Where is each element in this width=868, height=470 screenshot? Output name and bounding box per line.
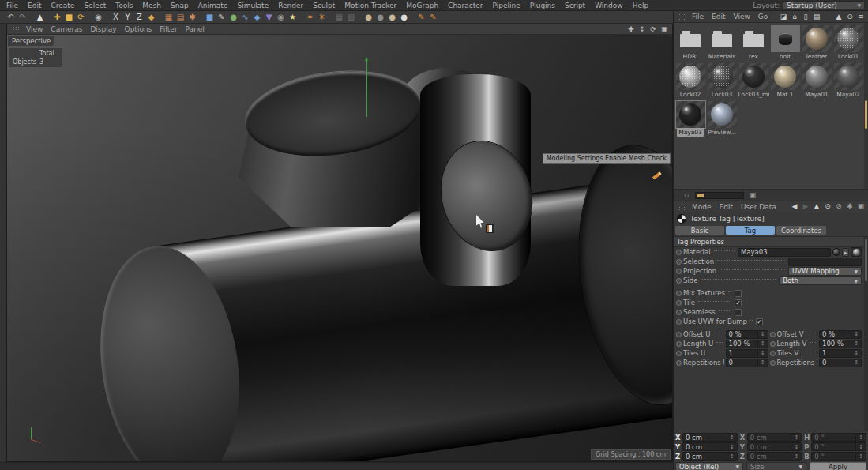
menu-item[interactable]: Display: [86, 25, 120, 33]
anim-dot-icon[interactable]: [676, 291, 682, 296]
anim-dot-icon[interactable]: [676, 332, 682, 337]
stepper-icon[interactable]: [851, 359, 859, 366]
zoom-view-icon[interactable]: ↕: [637, 24, 647, 34]
lock-icon[interactable]: ⊘: [834, 202, 844, 212]
live-selection-icon[interactable]: ▲: [34, 12, 46, 23]
menu-item[interactable]: Select: [79, 2, 111, 9]
uv-field[interactable]: 100 %: [819, 340, 862, 348]
menu-item[interactable]: Script: [560, 2, 590, 9]
undo-icon[interactable]: ↶: [5, 12, 17, 23]
workplane-icon[interactable]: ▧: [345, 12, 357, 23]
menu-item[interactable]: Tools: [111, 2, 137, 9]
render-region-icon[interactable]: ▤: [175, 12, 186, 23]
uv-pen-icon[interactable]: ✎: [427, 12, 439, 23]
stepper-icon[interactable]: [791, 434, 798, 441]
grip-icon[interactable]: [13, 26, 20, 32]
browser-item[interactable]: Maya02: [832, 62, 864, 100]
menu-item[interactable]: File: [2, 2, 23, 9]
browser-item[interactable]: Mat.1: [769, 62, 801, 100]
menu-item[interactable]: Animate: [194, 2, 233, 9]
last-tool-icon[interactable]: ◉: [92, 12, 104, 23]
shader-ball-2-icon[interactable]: ●: [374, 12, 386, 23]
small-thumbnails-icon[interactable]: ▫: [682, 190, 691, 200]
redo-icon[interactable]: ↷: [17, 12, 28, 23]
checkbox[interactable]: [756, 318, 763, 325]
checkbox[interactable]: [735, 299, 742, 306]
size-field[interactable]: 0 cm: [747, 442, 802, 451]
selection-field[interactable]: [788, 258, 862, 266]
browser-scrollbar[interactable]: [864, 23, 868, 189]
spline-object-icon[interactable]: ∿: [239, 12, 251, 23]
mograph-icon[interactable]: ✶: [304, 12, 316, 23]
anim-dot-icon[interactable]: [676, 278, 682, 284]
pointer-icon[interactable]: ▲: [812, 202, 821, 212]
toggle-view-icon[interactable]: ▣: [659, 24, 669, 34]
anim-dot-icon[interactable]: [676, 319, 682, 325]
rotation-field[interactable]: 0 °: [811, 442, 866, 451]
menu-item[interactable]: MoGraph: [401, 2, 443, 9]
shader-ball-1-icon[interactable]: ●: [363, 12, 374, 23]
menu-item[interactable]: Sculpt: [308, 2, 340, 9]
size-field[interactable]: 0 cm: [747, 433, 802, 442]
deformer-icon[interactable]: ▼: [263, 12, 275, 23]
stepper-icon[interactable]: [791, 444, 798, 450]
menu-item[interactable]: View: [730, 13, 754, 21]
position-field[interactable]: 0 cm: [682, 452, 738, 461]
rotate-view-icon[interactable]: ⟳: [648, 24, 658, 34]
checkbox[interactable]: [735, 309, 742, 316]
menu-item[interactable]: Plugins: [525, 2, 560, 9]
size-field[interactable]: 0 cm: [747, 452, 802, 461]
menu-item[interactable]: Motion Tracker: [340, 2, 401, 9]
menu-item[interactable]: Options: [121, 25, 156, 33]
y-axis-lock-icon[interactable]: Y: [122, 12, 133, 23]
menu-item[interactable]: Window: [590, 2, 628, 9]
browser-item[interactable]: Maya03: [674, 100, 706, 138]
uv-field[interactable]: 100 %: [726, 340, 768, 348]
attribute-scrollbar[interactable]: [864, 237, 868, 431]
rotate-tool-icon[interactable]: ⟳: [75, 12, 87, 23]
stepper-icon[interactable]: [851, 350, 859, 356]
coordinate-size-dropdown[interactable]: Size: [746, 462, 806, 470]
anim-dot-icon[interactable]: [676, 341, 682, 347]
menu-item[interactable]: Edit: [716, 203, 737, 211]
position-field[interactable]: 0 cm: [682, 442, 738, 451]
menu-item[interactable]: File: [688, 13, 708, 21]
settings-icon[interactable]: ✱: [845, 202, 855, 212]
trash-icon[interactable]: ▯: [801, 12, 810, 21]
section-header[interactable]: Tag Properties: [674, 237, 863, 247]
stepper-icon[interactable]: [855, 434, 863, 441]
shader-ball-4-icon[interactable]: ●: [398, 12, 410, 23]
stepper-icon[interactable]: [855, 453, 863, 460]
render-settings-icon[interactable]: ✱: [186, 12, 198, 23]
browser-item[interactable]: bolt: [769, 24, 801, 62]
cube-object-icon[interactable]: ■: [204, 12, 216, 23]
menu-item[interactable]: Panel: [182, 25, 209, 33]
paint-tool-icon[interactable]: ✎: [415, 12, 427, 23]
stepper-icon[interactable]: [855, 444, 863, 450]
anim-dot-icon[interactable]: [770, 341, 776, 347]
anim-dot-icon[interactable]: [676, 351, 682, 356]
rotation-field[interactable]: 0 °: [811, 452, 866, 461]
dynamics-icon[interactable]: ✳: [316, 12, 328, 23]
material-field[interactable]: Maya03: [738, 248, 831, 257]
camera-object-icon[interactable]: ◉: [275, 12, 287, 23]
anim-dot-icon[interactable]: [676, 269, 682, 274]
browser-item[interactable]: Lock03_mm: [738, 62, 769, 100]
x-axis-lock-icon[interactable]: X: [110, 12, 122, 23]
node-material-button[interactable]: [851, 247, 862, 257]
menu-item[interactable]: Mode: [688, 203, 716, 211]
menu-item[interactable]: Simulate: [232, 2, 273, 9]
uv-field[interactable]: 0: [819, 359, 862, 367]
menu-item[interactable]: Snap: [166, 2, 194, 9]
search-icon[interactable]: ⊙: [845, 12, 855, 21]
generator-icon[interactable]: ◆: [251, 12, 263, 23]
menu-item[interactable]: Mesh: [137, 2, 166, 9]
menu-item[interactable]: Pipeline: [488, 2, 525, 9]
menu-item[interactable]: Create: [47, 2, 80, 9]
menu-item[interactable]: Filter: [156, 25, 181, 33]
move-tool-icon[interactable]: ✚: [51, 12, 63, 23]
attribute-tab[interactable]: Basic: [675, 226, 724, 235]
stepper-icon[interactable]: [757, 331, 765, 337]
menu-item[interactable]: Render: [273, 2, 308, 9]
stepper-icon[interactable]: [757, 359, 765, 366]
